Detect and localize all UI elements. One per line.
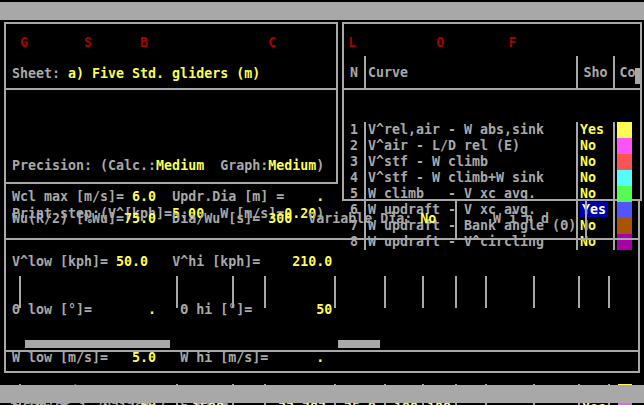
text-segment: Wu(R/2) [%Wu]= xyxy=(12,211,124,226)
menu-bar: GliderSheetBasic/XC/ClimbCirclingLift-Dr… xyxy=(0,2,644,20)
glider-table-header-cell: Alt. [m] xyxy=(178,276,234,308)
text-segment: Updr.Dia [m] = xyxy=(156,189,316,204)
glider-table-header-cell: Sho xyxy=(580,276,610,308)
wind-section-label: W i n d xyxy=(457,211,585,227)
curve-show-toggle[interactable]: No xyxy=(580,186,596,201)
text-segment: ) xyxy=(316,158,324,173)
precision-line[interactable]: Precision: (Calc.:Medium Graph:Medium) xyxy=(12,158,336,174)
text-segment: Precision: (Calc.: xyxy=(12,158,156,173)
glider-table-header-cell: N xyxy=(6,276,21,308)
curve-color-swatch[interactable] xyxy=(617,154,632,170)
curve-show-toggle[interactable]: No xyxy=(580,170,596,185)
glider-table-header-cell: Glider xyxy=(21,276,178,308)
curve-color-swatch[interactable] xyxy=(617,186,632,202)
glider-table-header-cell: Mc [%] xyxy=(386,276,424,308)
curve-show-toggle[interactable]: No xyxy=(580,154,596,169)
glider-table-header-cell: W/S [kg/m²] xyxy=(266,276,336,308)
text-segment: 300 xyxy=(268,211,292,226)
divider xyxy=(4,184,6,238)
curve-label: W climb - V xc avg. xyxy=(366,186,578,202)
curve-label: V^rel,air - W abs,sink xyxy=(366,122,578,138)
curve-row-number: 5 xyxy=(344,186,366,202)
text-segment: Dia/Wu [s]= xyxy=(156,211,268,226)
sheet-title-row[interactable]: Sheet: a) Five Std. gliders (m) xyxy=(6,56,336,90)
divider xyxy=(585,201,587,238)
curve-row-number: 4 xyxy=(344,170,366,186)
text-segment: Variable Dia: xyxy=(292,211,420,226)
curve-header-n: N xyxy=(344,56,366,88)
glider-table-header-cell: Ver.W [m/s] xyxy=(535,276,580,308)
application-window: GliderSheetBasic/XC/ClimbCirclingLift-Dr… xyxy=(0,0,644,405)
curve-scrollbar-thumb[interactable] xyxy=(635,68,642,84)
sheet-name-value: a) Five Std. gliders (m) xyxy=(68,66,260,81)
status-bar: ↑ ↓ ← → Home End Move F2=Edit F9=Print E… xyxy=(0,385,644,403)
text-segment: 6.0 xyxy=(132,189,156,204)
curve-show-toggle[interactable]: Yes xyxy=(580,122,604,137)
curve-rows: 1 V^rel,air - W abs,sink Yes 2 V^air - L… xyxy=(344,122,640,250)
glider-table-header: N Glider Alt. [m] Bug [%] W/S [kg/m²] Ba… xyxy=(6,272,638,308)
curve-label: V^air - L/D rel (E) xyxy=(366,138,578,154)
glider-table-header-cell: Co xyxy=(610,276,638,308)
wcl-updraft-line[interactable]: Wcl max [m/s]= 6.0 Updr.Dia [m] = . xyxy=(12,189,324,205)
glider-table-header-cell: Bug [%] xyxy=(234,276,266,308)
curve-color-swatch[interactable] xyxy=(617,218,632,234)
curve-show-toggle[interactable]: No xyxy=(580,138,596,153)
divider xyxy=(638,201,640,238)
curve-row-number: 2 xyxy=(344,138,366,154)
sheet-label: Sheet: xyxy=(12,66,68,81)
curve-color-swatch[interactable] xyxy=(617,138,632,154)
glider-table: N Glider Alt. [m] Bug [%] W/S [kg/m²] Ba… xyxy=(4,238,640,373)
curve-color-swatch[interactable] xyxy=(617,170,632,186)
sheet-settings-panel: Sheet: a) Five Std. gliders (m) Precisio… xyxy=(4,22,338,184)
glider-table-header-cell: Cud [%] xyxy=(424,276,457,308)
glider-table-header-cell: Ball. [kg] xyxy=(336,276,386,308)
curve-label: V^stf - W climb+W sink xyxy=(366,170,578,186)
curve-color-swatch[interactable] xyxy=(617,202,632,218)
curve-row-number: 3 xyxy=(344,154,366,170)
curve-label: V^stf - W climb xyxy=(366,154,578,170)
curve-header-curve: Curve xyxy=(366,56,578,88)
glider-table-header-cell: Hor.V [kph] xyxy=(487,276,535,308)
ballast-column-scrollbar[interactable] xyxy=(338,340,380,348)
curve-row-number: 1 xyxy=(344,122,366,138)
curve-header-sho: Sho xyxy=(578,56,615,88)
header-separator xyxy=(6,340,638,352)
curve-color-swatch[interactable] xyxy=(617,122,632,138)
glider-table-header-cell: ß [°] xyxy=(457,276,487,308)
curve-list-panel: N Curve Sho Co 1 V^rel,air - W abs,sink … xyxy=(342,22,642,201)
text-segment: Medium xyxy=(156,158,204,173)
text-segment: Graph: xyxy=(204,158,268,173)
text-segment: Medium xyxy=(268,158,316,173)
text-segment: . xyxy=(316,189,324,204)
text-segment: Wcl max [m/s]= xyxy=(12,189,132,204)
text-segment: No xyxy=(420,211,436,226)
text-segment: 75.0 xyxy=(124,211,156,226)
curve-header-row: N Curve Sho Co xyxy=(344,56,640,90)
wu-dia-line[interactable]: Wu(R/2) [%Wu]=75.0 Dia/Wu [s]= 300 Varia… xyxy=(12,211,436,227)
glider-column-scrollbar[interactable] xyxy=(25,340,170,348)
